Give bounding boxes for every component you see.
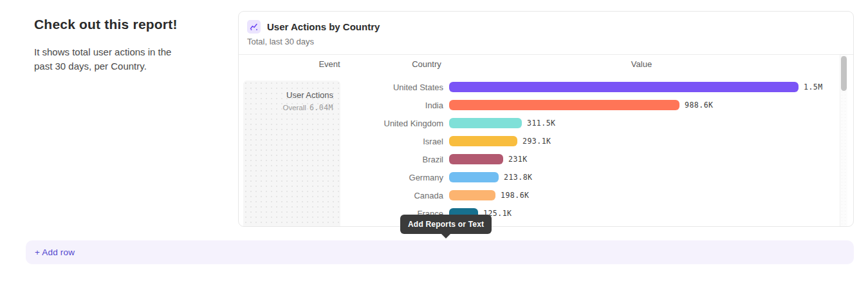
scrollbar-track[interactable] — [840, 55, 847, 226]
chart-row: United Kingdom311.5K — [239, 114, 837, 132]
report-subtitle: Total, last 30 days — [247, 37, 844, 46]
report-card-header: User Actions by Country Total, last 30 d… — [239, 12, 853, 55]
country-label: Germany — [239, 173, 443, 182]
text-tile-body: It shows total user actions in the past … — [34, 45, 189, 73]
country-label: United Kingdom — [239, 119, 443, 128]
bar-chart-rows: United States1.5MIndia988.6KUnited Kingd… — [239, 78, 837, 222]
add-reports-tooltip: Add Reports or Text — [400, 215, 492, 234]
chart-row: France125.1K — [239, 204, 837, 222]
bar-value-label: 988.6K — [685, 101, 714, 110]
report-chart-area: Event Country Value User Actions Overall… — [239, 55, 853, 226]
chart-row: Brazil231K — [239, 150, 837, 168]
bar-value-label: 1.5M — [804, 82, 823, 92]
bar-value-label: 198.6K — [501, 191, 530, 200]
bar-value-label: 311.5K — [527, 119, 556, 128]
country-bar[interactable] — [449, 172, 499, 182]
text-tile-heading: Check out this report! — [34, 17, 208, 32]
chart-row: India988.6K — [239, 96, 837, 114]
scrollbar-thumb[interactable] — [841, 56, 847, 91]
country-label: Israel — [239, 137, 443, 146]
bar-value-label: 213.8K — [504, 173, 533, 182]
country-label: Canada — [239, 191, 443, 200]
country-bar[interactable] — [449, 118, 522, 128]
chart-row: Germany213.8K — [239, 168, 837, 186]
chart-row: Israel293.1K — [239, 132, 837, 150]
report-card[interactable]: User Actions by Country Total, last 30 d… — [238, 11, 854, 227]
bar-value-label: 231K — [508, 155, 528, 164]
tooltip-label: Add Reports or Text — [408, 220, 484, 229]
country-label: Brazil — [239, 155, 443, 164]
bar-value-label: 293.1K — [522, 137, 551, 146]
report-title: User Actions by Country — [267, 21, 380, 32]
chart-row: Canada198.6K — [239, 186, 837, 204]
column-header-event: Event — [319, 59, 340, 69]
country-bar[interactable] — [449, 100, 679, 110]
column-header-country: Country — [412, 59, 441, 69]
country-bar[interactable] — [449, 154, 503, 164]
column-header-value: Value — [631, 59, 652, 69]
country-label: India — [239, 101, 443, 110]
country-bar[interactable] — [449, 82, 799, 92]
country-bar[interactable] — [449, 136, 517, 146]
text-tile[interactable]: Check out this report! It shows total us… — [34, 17, 208, 73]
chart-row: United States1.5M — [239, 78, 837, 96]
add-row-button[interactable]: + Add row — [26, 240, 854, 264]
country-bar[interactable] — [449, 190, 495, 200]
add-row-label: + Add row — [35, 247, 75, 257]
country-label: United States — [239, 82, 443, 92]
insights-chart-icon — [247, 20, 261, 34]
